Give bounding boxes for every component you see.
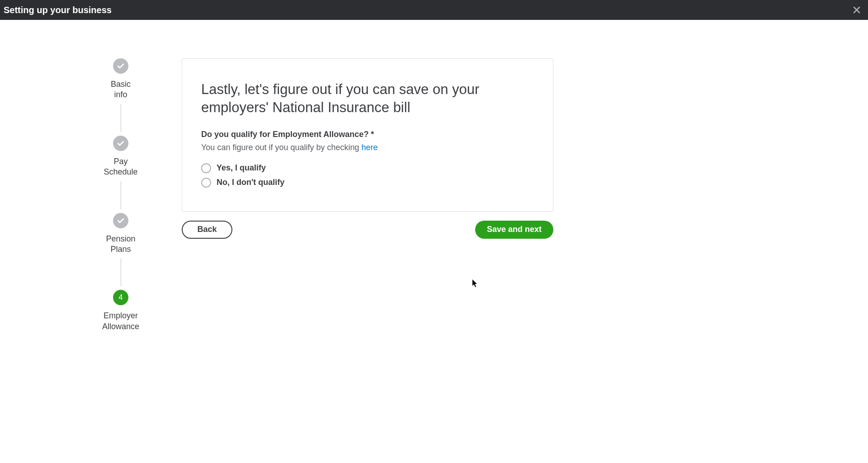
form-card: Lastly, let's figure out if you can save…: [182, 58, 553, 212]
step-pension-plans: Pension Plans: [106, 213, 135, 255]
back-button[interactable]: Back: [182, 221, 232, 239]
check-icon: [117, 217, 125, 225]
step-basic-info: Basic info: [111, 58, 131, 100]
check-icon: [117, 139, 125, 147]
step-label: Pension Plans: [106, 234, 135, 255]
question-label: Do you qualify for Employment Allowance?…: [201, 130, 530, 139]
helper-prefix: You can figure out if you qualify by che…: [201, 143, 362, 152]
save-next-button[interactable]: Save and next: [475, 221, 553, 239]
radio-label: Yes, I qualify: [217, 163, 266, 173]
helper-link[interactable]: here: [362, 143, 378, 152]
step-label: Basic info: [111, 79, 131, 100]
step-label: Pay Schedule: [104, 156, 137, 178]
radio-circle-icon: [201, 163, 211, 173]
main-panel: Lastly, let's figure out if you can save…: [182, 58, 553, 332]
content-area: Basic info Pay Schedule: [0, 20, 868, 332]
button-row: Back Save and next: [182, 221, 553, 239]
check-icon: [117, 62, 125, 70]
close-icon: [852, 5, 861, 14]
step-connector: [121, 181, 121, 209]
radio-circle-icon: [201, 178, 211, 188]
card-title: Lastly, let's figure out if you can save…: [201, 80, 530, 117]
close-button[interactable]: [850, 3, 863, 17]
step-pay-schedule: Pay Schedule: [104, 136, 137, 178]
radio-option-yes[interactable]: Yes, I qualify: [201, 163, 530, 173]
step-circle-completed: [113, 213, 128, 228]
step-circle-active: 4: [113, 290, 128, 305]
stepper: Basic info Pay Schedule: [87, 58, 155, 332]
step-label: Employer Allowance: [102, 311, 139, 332]
step-employer-allowance: 4 Employer Allowance: [102, 290, 139, 332]
step-connector: [121, 104, 121, 132]
step-circle-completed: [113, 136, 128, 151]
modal-title: Setting up your business: [4, 5, 112, 15]
radio-group: Yes, I qualify No, I don't qualify: [201, 163, 530, 188]
radio-option-no[interactable]: No, I don't qualify: [201, 178, 530, 188]
modal-header: Setting up your business: [0, 0, 868, 20]
helper-text: You can figure out if you qualify by che…: [201, 143, 530, 152]
step-circle-completed: [113, 58, 128, 74]
step-connector: [121, 258, 121, 286]
radio-label: No, I don't qualify: [217, 178, 284, 187]
